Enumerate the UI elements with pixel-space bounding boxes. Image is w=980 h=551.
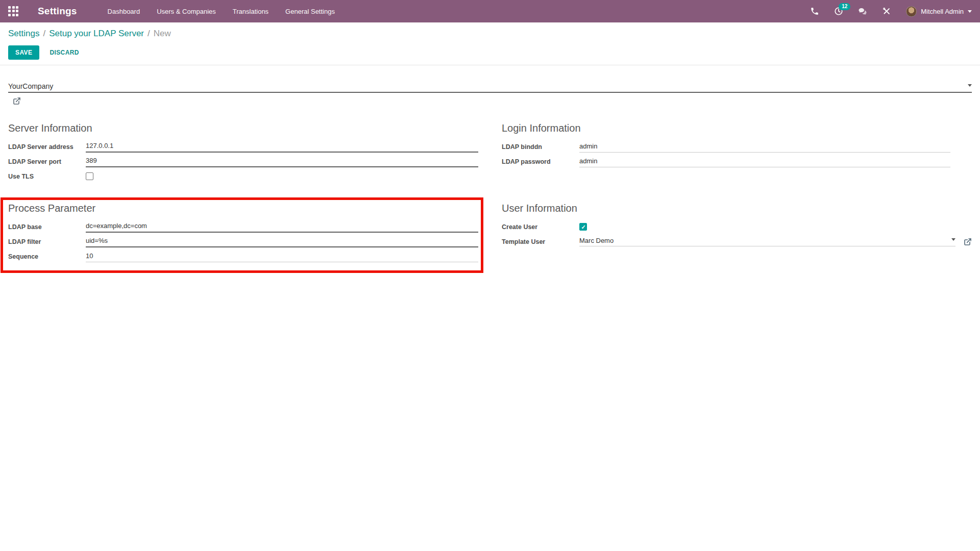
messages-icon[interactable]	[858, 7, 867, 16]
group-title: User Information	[502, 203, 972, 214]
sequence-input[interactable]	[86, 251, 478, 262]
breadcrumb-separator: /	[43, 29, 45, 38]
chevron-down-icon[interactable]	[968, 84, 972, 89]
menu-dashboard[interactable]: Dashboard	[108, 8, 140, 15]
group-login-information: Login Information LDAP binddn LDAP passw…	[502, 122, 972, 170]
template-user-external-link-button[interactable]	[964, 238, 972, 246]
field-template-user: Template User Marc Demo	[502, 236, 972, 247]
external-link-icon	[964, 238, 972, 246]
company-external-link-button[interactable]	[13, 97, 21, 105]
create-user-checkbox[interactable]	[579, 223, 587, 231]
red-annotation-box: Process Parameter LDAP base LDAP filter …	[1, 197, 483, 273]
field-ldap-server-address: LDAP Server address	[8, 141, 478, 153]
app-title[interactable]: Settings	[38, 6, 77, 17]
menu-general-settings[interactable]: General Settings	[285, 8, 335, 15]
menu-translations[interactable]: Translations	[233, 8, 268, 15]
ldap-server-port-input[interactable]	[86, 156, 478, 167]
group-server-information: Server Information LDAP Server address L…	[8, 122, 478, 185]
template-user-value: Marc Demo	[579, 237, 951, 244]
field-label: Sequence	[8, 253, 86, 260]
ldap-base-input[interactable]	[86, 221, 478, 233]
apps-grid-icon[interactable]	[8, 6, 19, 17]
control-panel-buttons: SAVE DISCARD	[8, 45, 972, 60]
chevron-down-icon	[968, 10, 972, 15]
debug-tools-icon[interactable]	[882, 7, 891, 16]
user-name: Mitchell Admin	[921, 8, 964, 15]
field-label: LDAP base	[8, 223, 86, 231]
field-label: LDAP filter	[8, 238, 86, 245]
ldap-filter-input[interactable]	[86, 236, 478, 247]
group-title: Server Information	[8, 122, 478, 134]
navbar-systray: 12 Mitchell Admin	[810, 6, 972, 17]
company-value: YourCompany	[8, 82, 968, 90]
field-label: LDAP binddn	[502, 143, 579, 151]
template-user-field[interactable]: Marc Demo	[579, 237, 955, 246]
field-label: LDAP Server address	[8, 143, 86, 151]
user-avatar	[906, 6, 917, 17]
form-groups: Server Information LDAP Server address L…	[8, 122, 972, 264]
breadcrumb-separator: /	[148, 29, 150, 38]
field-label: Create User	[502, 223, 579, 231]
main-menu: Dashboard Users & Companies Translations…	[108, 8, 335, 15]
ldap-password-input[interactable]	[579, 156, 950, 167]
company-field[interactable]: YourCompany	[8, 82, 972, 93]
activity-count-badge: 12	[839, 3, 850, 10]
ldap-server-address-input[interactable]	[86, 141, 478, 153]
ldap-binddn-input[interactable]	[579, 141, 950, 153]
group-user-information: User Information Create User Template Us…	[502, 203, 972, 251]
field-ldap-base: LDAP base	[8, 221, 478, 233]
field-sequence: Sequence	[8, 251, 478, 262]
field-ldap-filter: LDAP filter	[8, 236, 478, 247]
control-panel: Settings/Setup your LDAP Server/New SAVE…	[0, 22, 980, 65]
user-menu[interactable]: Mitchell Admin	[906, 6, 972, 17]
save-button[interactable]: SAVE	[8, 45, 39, 60]
field-ldap-password: LDAP password	[502, 156, 972, 167]
menu-users-companies[interactable]: Users & Companies	[157, 8, 216, 15]
form-sheet: YourCompany Server Information LDAP Serv…	[0, 82, 980, 264]
breadcrumb-ldap-server[interactable]: Setup your LDAP Server	[49, 29, 144, 38]
company-field-block: YourCompany	[8, 82, 972, 107]
top-navbar: Settings Dashboard Users & Companies Tra…	[0, 0, 980, 22]
use-tls-checkbox[interactable]	[86, 172, 93, 180]
field-label: LDAP password	[502, 158, 579, 165]
group-title: Process Parameter	[8, 203, 478, 214]
field-label: Use TLS	[8, 173, 86, 180]
breadcrumb-settings[interactable]: Settings	[8, 29, 39, 38]
field-label: Template User	[502, 238, 579, 245]
phone-icon[interactable]	[810, 7, 819, 16]
activity-menu[interactable]: 12	[834, 7, 843, 16]
chevron-down-icon[interactable]	[951, 238, 955, 243]
field-use-tls: Use TLS	[8, 170, 478, 182]
field-ldap-server-port: LDAP Server port	[8, 156, 478, 167]
breadcrumb-current: New	[154, 29, 171, 38]
field-create-user: Create User	[502, 221, 972, 233]
field-label: LDAP Server port	[8, 158, 86, 165]
group-process-parameter: Process Parameter LDAP base LDAP filter …	[8, 203, 478, 262]
group-title: Login Information	[502, 122, 972, 134]
field-ldap-binddn: LDAP binddn	[502, 141, 972, 153]
breadcrumb: Settings/Setup your LDAP Server/New	[8, 29, 972, 39]
external-link-icon	[13, 97, 21, 105]
discard-button[interactable]: DISCARD	[48, 45, 80, 60]
